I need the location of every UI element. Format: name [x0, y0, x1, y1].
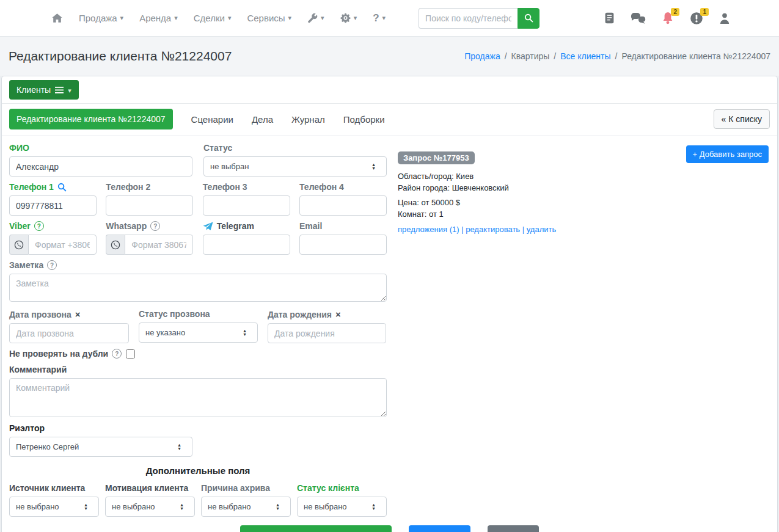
- notifications-bell-icon[interactable]: 2: [662, 12, 674, 25]
- phone4-input[interactable]: [299, 195, 387, 216]
- breadcrumb-current: Редактирование клиента №21224007: [621, 51, 770, 61]
- status-select-value: не выбран: [210, 162, 249, 171]
- back-to-list-button[interactable]: « К списку: [714, 109, 770, 129]
- search-button[interactable]: [518, 8, 539, 29]
- whatsapp-label: Whatsapp: [106, 221, 193, 231]
- link-separator: |: [522, 225, 524, 234]
- user-profile-icon[interactable]: [719, 12, 730, 24]
- call-date-clear-icon[interactable]: [75, 309, 81, 319]
- archive-reason-select-value: не выбрано: [208, 502, 251, 511]
- to-list-button[interactable]: К списку: [488, 525, 539, 532]
- nav-tools-menu[interactable]: [307, 13, 324, 23]
- email-input[interactable]: [299, 235, 387, 255]
- realtor-select-value: Петренко Сергей: [16, 442, 79, 451]
- client-motivation-select-value: не выбрано: [112, 502, 155, 511]
- breadcrumb-all-clients[interactable]: Все клиенты: [560, 51, 610, 61]
- clients-menu-button[interactable]: Клиенты: [9, 80, 79, 100]
- client-motivation-select[interactable]: не выбрано: [105, 497, 195, 517]
- birth-date-clear-icon[interactable]: [335, 309, 341, 319]
- fio-label: ФИО: [9, 143, 192, 153]
- request-edit-link[interactable]: редактировать: [466, 225, 520, 234]
- request-offers-link[interactable]: предложения (1): [398, 225, 459, 234]
- alerts-badge: 1: [700, 8, 709, 16]
- nav-help-menu[interactable]: ?: [373, 12, 386, 24]
- birth-date-input[interactable]: [268, 323, 386, 343]
- nav-rent-label: Аренда: [139, 13, 171, 23]
- client-source-select[interactable]: не выбрано: [9, 497, 99, 517]
- call-status-select[interactable]: не указано: [139, 322, 258, 343]
- tab-journal[interactable]: Журнал: [291, 114, 325, 125]
- realtor-select[interactable]: Петренко Сергей: [9, 437, 192, 457]
- archive-reason-label: Причина ахрива: [201, 483, 291, 493]
- page-header: Редактирование клиента №21224007 Продажа…: [0, 37, 779, 76]
- select-arrows-icon: [275, 503, 280, 511]
- note-help-icon[interactable]: [47, 260, 57, 270]
- tab-selections[interactable]: Подборки: [343, 114, 385, 125]
- comment-label: Комментарий: [9, 365, 387, 374]
- status-label: Статус: [203, 143, 387, 153]
- no-duplicates-label-text: Не проверять на дубли: [9, 349, 108, 359]
- home-icon[interactable]: [51, 13, 63, 24]
- nav-sales-menu[interactable]: Продажа: [79, 13, 123, 23]
- nav-deals-menu[interactable]: Сделки: [194, 13, 232, 23]
- phone2-input[interactable]: [106, 195, 193, 216]
- request-links: предложения (1) | редактировать | удалит…: [398, 225, 769, 234]
- phone1-label-text: Телефон 1: [9, 182, 54, 192]
- request-delete-link[interactable]: удалить: [527, 225, 556, 234]
- archive-reason-select[interactable]: не выбрано: [201, 497, 291, 517]
- request-price: Цена: от 50000 $: [398, 197, 769, 208]
- client-form: ФИО Статус не выбран Телефон 1: [9, 143, 387, 517]
- whatsapp-input[interactable]: [125, 235, 193, 255]
- clients-menu-label: Клиенты: [16, 86, 51, 94]
- no-duplicates-help-icon[interactable]: [112, 349, 122, 359]
- viber-label: Viber: [9, 221, 97, 231]
- telegram-label: Telegram: [203, 221, 290, 231]
- whatsapp-help-icon[interactable]: [150, 221, 160, 231]
- tab-scenarios[interactable]: Сценарии: [191, 114, 233, 125]
- comment-textarea[interactable]: [9, 378, 387, 417]
- phone3-input[interactable]: [203, 195, 290, 216]
- birth-date-label-text: Дата рождения: [268, 310, 332, 319]
- search-input[interactable]: [419, 8, 518, 29]
- nav-sales-label: Продажа: [79, 13, 117, 23]
- select-arrows-icon: [242, 329, 247, 337]
- telegram-input[interactable]: [203, 235, 290, 255]
- alerts-icon[interactable]: 1: [690, 12, 703, 25]
- select-arrows-icon: [179, 503, 185, 511]
- nav-settings-menu[interactable]: [340, 13, 357, 23]
- call-date-input[interactable]: [9, 323, 129, 343]
- viber-help-icon[interactable]: [34, 221, 44, 231]
- client-status-select[interactable]: не выбрано: [297, 497, 387, 517]
- messages-icon[interactable]: [630, 12, 646, 24]
- client-motivation-label: Мотивация клиента: [105, 483, 195, 493]
- call-status-label: Статус прозвона: [139, 309, 258, 319]
- breadcrumb-sales[interactable]: Продажа: [464, 51, 500, 61]
- journal-icon[interactable]: [605, 12, 614, 24]
- call-date-label-text: Дата прозвона: [9, 310, 71, 319]
- breadcrumb-separator: /: [554, 51, 556, 61]
- nav-rent-menu[interactable]: Аренда: [139, 13, 178, 23]
- save-and-return-button[interactable]: Сохранить и вернуться к списку: [240, 525, 392, 532]
- note-label-text: Заметка: [9, 260, 43, 270]
- breadcrumb: Продажа / Квартиры / Все клиенты / Редак…: [464, 51, 770, 61]
- viber-input[interactable]: [28, 235, 97, 255]
- extra-fields-heading: Дополнительные поля: [9, 465, 387, 476]
- nav-services-label: Сервисы: [247, 13, 285, 23]
- main-panel: Клиенты Редактирование клиента №21224007…: [1, 76, 778, 532]
- tab-deals[interactable]: Дела: [252, 114, 273, 125]
- save-button[interactable]: Сохранить: [409, 525, 470, 532]
- breadcrumb-separator: /: [615, 51, 618, 61]
- phone1-input[interactable]: [9, 195, 97, 216]
- fio-input[interactable]: [9, 156, 192, 177]
- phone-search-icon[interactable]: [57, 183, 67, 192]
- note-label: Заметка: [9, 260, 387, 270]
- note-textarea[interactable]: [9, 274, 387, 302]
- nav-services-menu[interactable]: Сервисы: [247, 13, 291, 23]
- client-source-label: Источник клиента: [9, 483, 99, 493]
- add-request-button[interactable]: + Добавить запрос: [686, 145, 769, 163]
- help-icon: ?: [373, 12, 379, 24]
- status-select[interactable]: не выбран: [203, 156, 387, 177]
- phone3-label: Телефон 3: [203, 182, 290, 192]
- tab-edit-client[interactable]: Редактирование клиента №21224007: [9, 109, 173, 129]
- no-duplicates-checkbox[interactable]: [126, 349, 135, 359]
